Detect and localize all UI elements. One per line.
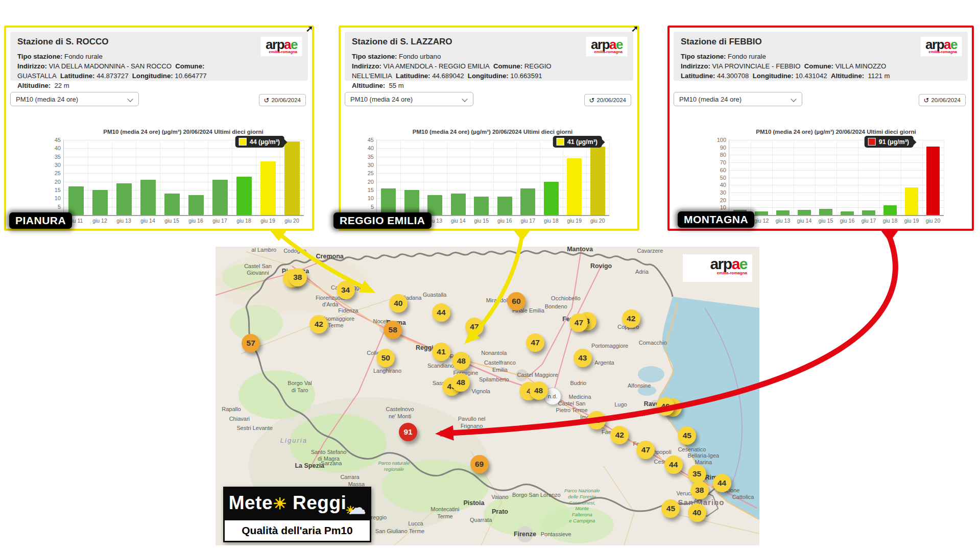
date-button[interactable]: ↺20/06/2024	[584, 94, 631, 106]
x-axis-label: giu 14	[136, 218, 160, 224]
pm10-marker-91[interactable]: 91	[399, 423, 417, 441]
x-axis-label: giu 15	[470, 218, 493, 224]
bar-giu-18[interactable]	[883, 205, 897, 215]
expand-icon[interactable]: ➚	[631, 26, 638, 33]
x-axis-label: giu 19	[563, 218, 586, 224]
bar-giu-11[interactable]	[68, 186, 84, 215]
pm10-marker-45[interactable]: 45	[678, 426, 696, 445]
bar-giu-16[interactable]	[497, 197, 512, 215]
gridline	[447, 140, 447, 215]
parameter-dropdown[interactable]: PM10 (media 24 ore)	[674, 92, 802, 106]
bar-giu-18[interactable]	[544, 182, 559, 215]
bar-giu-19[interactable]	[905, 187, 918, 215]
bar-giu-12[interactable]	[404, 190, 419, 215]
pm10-marker-44[interactable]: 44	[432, 303, 450, 322]
station-title: Stazione di S. ROCCO	[17, 37, 301, 47]
pm10-marker-40[interactable]: 40	[389, 294, 408, 313]
pm10-marker-42[interactable]: 42	[309, 315, 328, 333]
pm10-marker-46[interactable]: 46	[656, 397, 675, 416]
bar-giu-15[interactable]	[819, 209, 832, 215]
pm10-marker-47[interactable]: 47	[636, 441, 655, 459]
gridline	[400, 140, 401, 215]
bar-giu-15[interactable]	[164, 194, 180, 215]
x-axis-label: giu 14	[794, 218, 815, 224]
bar-giu-20[interactable]	[284, 141, 300, 215]
station-panel-febbio: Stazione di FEBBIO arpae emilia-romagna …	[667, 26, 974, 231]
pm10-marker-47[interactable]: 47	[569, 314, 588, 332]
pm10-marker-40[interactable]: 40	[688, 504, 706, 522]
pm10-marker-43[interactable]: 43	[573, 349, 592, 367]
x-axis-label: giu 13	[772, 218, 794, 224]
callout-tail	[513, 230, 531, 241]
bar-giu-13[interactable]	[116, 183, 132, 215]
bar-giu-14[interactable]	[798, 210, 811, 215]
x-axis-label: giu 13	[112, 218, 136, 224]
expand-icon[interactable]: ➚	[306, 26, 313, 33]
y-axis-tick: 25	[356, 170, 374, 176]
bar-giu-16[interactable]	[188, 195, 204, 215]
bar-giu-12[interactable]	[92, 190, 108, 215]
bar-giu-17[interactable]	[212, 180, 228, 215]
pm10-marker-38[interactable]: 38	[690, 481, 709, 499]
y-axis-tick: 15	[43, 187, 61, 193]
pm10-marker-42[interactable]: 42	[622, 309, 640, 328]
pm10-marker-50[interactable]: 50	[376, 349, 395, 367]
pm10-marker-35[interactable]: 35	[688, 465, 706, 483]
bar-giu-15[interactable]	[474, 197, 489, 215]
y-axis-tick: 10	[356, 195, 374, 201]
pm10-marker-45[interactable]: 45	[661, 499, 680, 518]
pm10-marker-44[interactable]: 44	[713, 474, 731, 492]
bar-chart: 454035302520151050giu 11giu 12giu 13giu …	[63, 140, 304, 216]
bar-giu-14[interactable]	[451, 194, 466, 215]
pm10-marker-60[interactable]: 60	[507, 292, 525, 310]
pm10-marker-41[interactable]: 41	[432, 343, 450, 361]
bar-giu-17[interactable]	[862, 210, 875, 215]
callout-tail	[270, 230, 287, 241]
bar-giu-11[interactable]	[381, 188, 396, 215]
pm10-marker-69[interactable]: 69	[470, 455, 489, 473]
pm10-marker-44[interactable]: 44	[664, 456, 683, 474]
parameter-dropdown[interactable]: PM10 (media 24 ore)	[10, 92, 139, 106]
bar-giu-12[interactable]	[755, 211, 768, 215]
gridline	[609, 140, 610, 215]
pm10-marker-57[interactable]: 57	[242, 334, 260, 352]
pm10-marker-34[interactable]: 34	[337, 281, 355, 299]
bar-giu-13[interactable]	[427, 195, 442, 215]
bar-giu-14[interactable]	[140, 180, 156, 215]
pm10-marker-48[interactable]: 48	[452, 352, 470, 370]
bar-giu-16[interactable]	[841, 211, 854, 215]
gridline	[901, 140, 901, 215]
pm10-marker-45[interactable]: 45	[587, 411, 606, 429]
station-panel-s-lazzaro: ➚ Stazione di S. LAZZARO arpae emilia-ro…	[339, 26, 639, 231]
bar-giu-17[interactable]	[520, 188, 535, 215]
bar-giu-20[interactable]	[590, 147, 605, 215]
parameter-dropdown[interactable]: PM10 (media 24 ore)	[345, 92, 473, 106]
x-axis-label: giu 15	[160, 218, 184, 224]
pm10-marker-47[interactable]: 47	[465, 318, 484, 336]
bar-giu-13[interactable]	[776, 210, 790, 215]
pm10-marker-48[interactable]: 48	[530, 381, 548, 400]
bar-giu-19[interactable]	[260, 161, 276, 215]
chevron-down-icon	[791, 96, 796, 102]
pm10-marker-38[interactable]: 38	[289, 268, 307, 286]
bar-giu-18[interactable]	[236, 177, 252, 215]
date-button[interactable]: ↺20/06/2024	[919, 94, 966, 106]
bar-chart: 454035302520151050giu 11giu 12giu 13giu …	[376, 140, 609, 216]
y-axis-tick: 60	[709, 167, 726, 173]
station-details: Tipo stazione: Fondo rurale Indirizzo: V…	[681, 52, 961, 81]
callout-tail	[880, 230, 899, 242]
pm10-marker-42[interactable]: 42	[610, 426, 629, 444]
gridline	[922, 140, 923, 215]
region-map[interactable]: arpae emilia-romagna Mete☀ Reggi☀☁ Quali…	[216, 247, 759, 545]
y-axis-tick: 45	[356, 137, 374, 143]
pm10-marker-48[interactable]: 48	[451, 373, 470, 392]
bar-giu-19[interactable]	[567, 158, 582, 215]
chevron-down-icon	[127, 96, 133, 102]
bar-giu-20[interactable]	[926, 147, 940, 215]
station-header: Stazione di S. LAZZARO arpae emilia-roma…	[345, 32, 633, 81]
pm10-marker-58[interactable]: 58	[384, 321, 402, 339]
arpae-logo: arpae emilia-romagna	[586, 37, 627, 56]
pm10-marker-47[interactable]: 47	[526, 333, 544, 352]
y-axis-tick: 15	[356, 187, 374, 193]
date-button[interactable]: ↺20/06/2024	[259, 94, 306, 106]
